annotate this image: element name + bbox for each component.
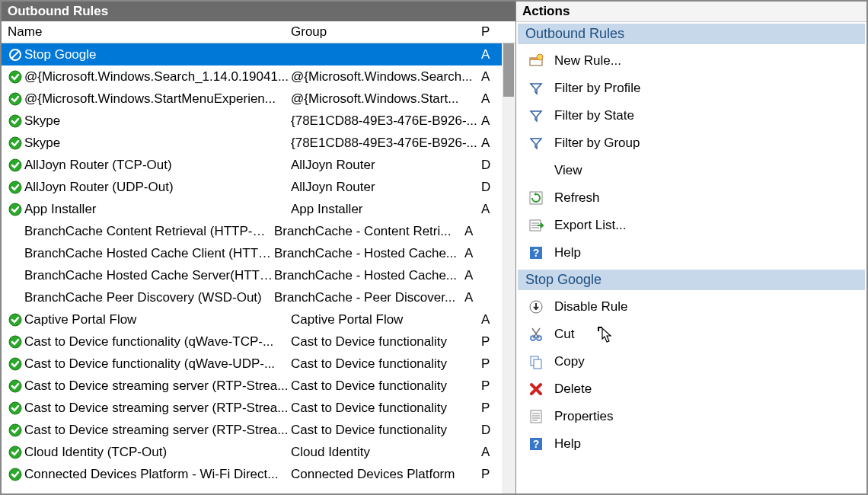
rule-row[interactable]: Connected Devices Platform - Wi-Fi Direc… xyxy=(2,463,515,485)
rule-name: Cast to Device streaming server (RTP-Str… xyxy=(24,423,291,438)
rule-group: Captive Portal Flow xyxy=(291,312,481,327)
allow-icon xyxy=(8,378,23,394)
rule-p: D xyxy=(481,158,496,173)
rule-name: Stop Google xyxy=(24,47,291,62)
rule-row[interactable]: Cast to Device streaming server (RTP-Str… xyxy=(2,375,515,397)
action-properties[interactable]: Properties xyxy=(521,403,862,430)
rule-group: Cast to Device functionality xyxy=(291,423,481,438)
action-filter-by-state[interactable]: Filter by State xyxy=(521,102,862,129)
rule-name: Cast to Device functionality (qWave-TCP-… xyxy=(24,334,291,350)
disable-icon xyxy=(527,298,545,316)
svg-line-1 xyxy=(11,51,19,59)
export-icon xyxy=(527,216,545,235)
action-cut[interactable]: Cut xyxy=(521,321,862,348)
action-export-list[interactable]: Export List... xyxy=(521,212,862,239)
action-filter-by-profile[interactable]: Filter by Profile xyxy=(521,75,862,102)
svg-text:?: ? xyxy=(533,247,540,259)
rule-row[interactable]: Cloud Identity (TCP-Out)Cloud IdentityA xyxy=(2,441,515,463)
allow-icon xyxy=(8,356,23,372)
column-headers[interactable]: Name Group P xyxy=(2,21,515,43)
blank-icon xyxy=(527,161,545,180)
rule-row[interactable]: BranchCache Hosted Cache Server(HTTP-...… xyxy=(2,264,515,286)
allow-icon xyxy=(8,91,23,107)
rule-name: BranchCache Hosted Cache Server(HTTP-... xyxy=(8,268,274,283)
rule-name: Cast to Device streaming server (RTP-Str… xyxy=(24,401,291,416)
action-label: Filter by Group xyxy=(554,136,640,151)
scrollthumb[interactable] xyxy=(503,43,514,97)
rule-row[interactable]: Captive Portal FlowCaptive Portal FlowA xyxy=(2,308,515,331)
action-delete[interactable]: Delete xyxy=(521,375,862,403)
rule-name: AllJoyn Router (TCP-Out) xyxy=(24,158,291,173)
actions-title: Actions xyxy=(516,2,866,22)
rule-p: A xyxy=(481,312,496,327)
rule-row[interactable]: Skype{78E1CD88-49E3-476E-B926-...A xyxy=(2,110,515,132)
rule-p: D xyxy=(481,180,496,195)
rule-name: Cast to Device functionality (qWave-UDP-… xyxy=(24,356,291,372)
rule-p: P xyxy=(481,401,496,416)
allow-icon xyxy=(8,136,23,151)
rule-group: Cast to Device functionality xyxy=(291,356,481,372)
rule-row[interactable]: Cast to Device streaming server (RTP-Str… xyxy=(2,419,515,441)
rule-p: A xyxy=(464,268,480,283)
rule-p: P xyxy=(481,378,496,394)
main-title: Outbound Rules xyxy=(2,2,515,21)
rules-list[interactable]: Stop GoogleA@{Microsoft.Windows.Search_1… xyxy=(2,43,515,493)
svg-point-19 xyxy=(537,54,543,60)
rule-group: @{Microsoft.Windows.Search... xyxy=(291,69,481,85)
rule-row[interactable]: Cast to Device functionality (qWave-UDP-… xyxy=(2,353,515,375)
rule-row[interactable]: Stop GoogleA xyxy=(2,43,515,65)
rule-group: Connected Devices Platform xyxy=(291,467,481,482)
rule-row[interactable]: @{Microsoft.Windows.Search_1.14.0.19041.… xyxy=(2,65,515,88)
svg-text:?: ? xyxy=(533,438,540,450)
help-icon: ? xyxy=(527,435,545,453)
action-view[interactable]: View xyxy=(521,157,862,184)
rule-name: @{Microsoft.Windows.StartMenuExperien... xyxy=(24,91,291,107)
action-new-rule[interactable]: New Rule... xyxy=(521,47,862,75)
svg-line-30 xyxy=(533,328,540,338)
rule-row[interactable]: App InstallerApp InstallerA xyxy=(2,198,515,220)
actions-panel: Actions Outbound Rules New Rule...Filter… xyxy=(516,2,866,493)
new-rule-icon xyxy=(527,52,545,70)
action-help[interactable]: ?Help xyxy=(521,239,862,267)
rule-row[interactable]: BranchCache Hosted Cache Client (HTTP-..… xyxy=(2,242,515,264)
rule-group: BranchCache - Peer Discover... xyxy=(274,290,464,305)
action-label: Help xyxy=(554,436,581,452)
column-header-name[interactable]: Name xyxy=(8,24,291,40)
action-refresh[interactable]: Refresh xyxy=(521,184,862,212)
rule-group: Cloud Identity xyxy=(291,445,481,460)
rule-row[interactable]: BranchCache Content Retrieval (HTTP-Out)… xyxy=(2,220,515,242)
rule-row[interactable]: AllJoyn Router (TCP-Out)AllJoyn RouterD xyxy=(2,154,515,176)
rule-name: BranchCache Hosted Cache Client (HTTP-..… xyxy=(8,246,274,261)
refresh-icon xyxy=(527,189,545,207)
rule-row[interactable]: AllJoyn Router (UDP-Out)AllJoyn RouterD xyxy=(2,176,515,198)
copy-icon xyxy=(527,353,545,371)
action-filter-by-group[interactable]: Filter by Group xyxy=(521,129,862,157)
rule-p: P xyxy=(481,334,496,350)
rule-p: A xyxy=(481,202,496,217)
column-header-group[interactable]: Group xyxy=(291,24,481,40)
actions-section-outbound: Outbound Rules xyxy=(518,24,865,44)
allow-icon xyxy=(8,401,23,416)
action-help[interactable]: ?Help xyxy=(521,430,862,458)
allow-icon xyxy=(8,312,23,327)
allow-icon xyxy=(8,423,23,438)
column-header-p[interactable]: P xyxy=(481,24,496,40)
rule-row[interactable]: Cast to Device streaming server (RTP-Str… xyxy=(2,397,515,419)
rule-name: Cloud Identity (TCP-Out) xyxy=(24,445,291,460)
rule-row[interactable]: BranchCache Peer Discovery (WSD-Out)Bran… xyxy=(2,286,515,308)
action-copy[interactable]: Copy xyxy=(521,348,862,375)
allow-icon xyxy=(8,202,23,217)
svg-line-31 xyxy=(532,328,539,338)
rule-row[interactable]: Cast to Device functionality (qWave-TCP-… xyxy=(2,331,515,353)
rule-row[interactable]: Skype{78E1CD88-49E3-476E-B926-...A xyxy=(2,132,515,154)
properties-icon xyxy=(527,407,545,426)
allow-icon xyxy=(8,69,23,85)
rule-name: BranchCache Content Retrieval (HTTP-Out) xyxy=(8,224,274,239)
action-label: Refresh xyxy=(554,190,600,206)
action-label: Properties xyxy=(554,409,613,424)
rule-group: AllJoyn Router xyxy=(291,158,481,173)
action-disable-rule[interactable]: Disable Rule xyxy=(521,293,862,321)
scrollbar[interactable] xyxy=(502,43,515,493)
rule-row[interactable]: @{Microsoft.Windows.StartMenuExperien...… xyxy=(2,88,515,110)
block-icon xyxy=(8,47,23,62)
